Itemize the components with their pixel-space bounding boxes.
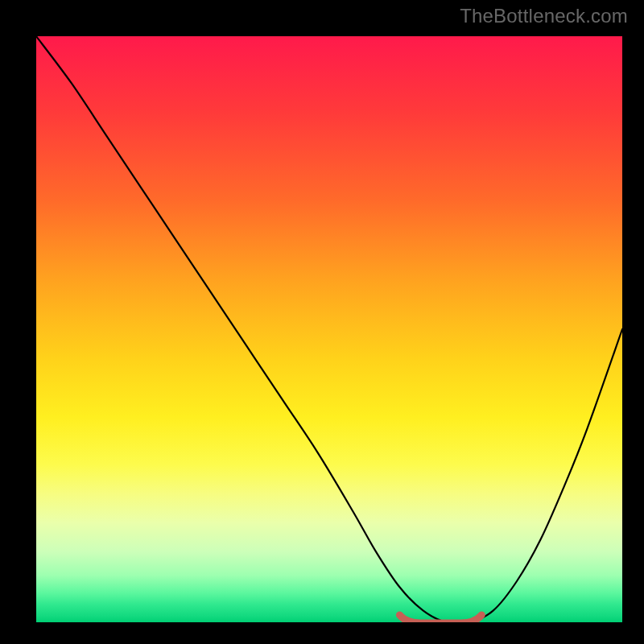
chart-frame: TheBottleneck.com <box>0 0 644 644</box>
watermark-text: TheBottleneck.com <box>460 5 628 27</box>
optimal-marker <box>36 36 622 622</box>
plot-area <box>36 36 622 622</box>
